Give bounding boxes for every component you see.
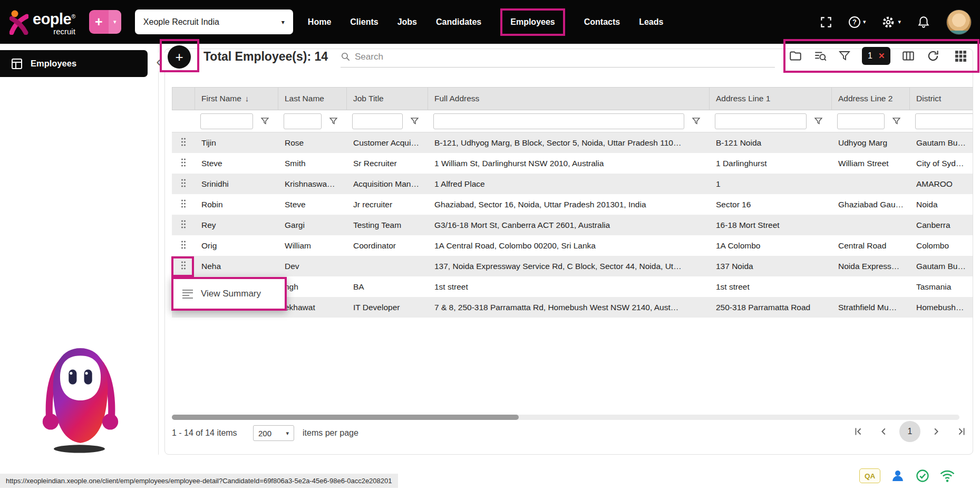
drag-dots-icon <box>181 158 186 167</box>
cell: Strathfield Mu… <box>832 297 910 318</box>
notifications-button[interactable] <box>917 15 930 29</box>
next-page-button[interactable] <box>925 421 946 442</box>
nav-item-jobs[interactable]: Jobs <box>397 17 417 27</box>
prev-page-button[interactable] <box>874 421 895 442</box>
table-row[interactable]: Orig William Coordinator 1A Central Road… <box>172 235 973 256</box>
page-size-select[interactable]: 200 ▾ <box>253 425 294 441</box>
filter-menu-button[interactable] <box>888 113 905 130</box>
row-context-menu: View Summary <box>171 277 287 311</box>
last-page-icon <box>956 426 967 437</box>
current-page-button[interactable]: 1 <box>899 421 920 442</box>
filter-input-address-line-2[interactable] <box>837 113 885 129</box>
cell: BA <box>347 276 428 297</box>
org-selector[interactable]: Xeople Recruit India ▾ <box>135 9 293 34</box>
cell: Srinidhi <box>195 174 278 194</box>
row-drag-handle[interactable] <box>172 235 195 256</box>
column-search-button[interactable] <box>813 49 827 63</box>
cell: 7 & 8, 250-318 Parramatta Rd, Homebush W… <box>428 297 710 318</box>
filter-menu-button[interactable] <box>325 113 342 130</box>
cell: Rey <box>195 215 278 235</box>
chevron-down-icon[interactable]: ▾ <box>109 10 121 34</box>
quick-add-button[interactable]: + ▾ <box>89 10 121 34</box>
filter-input-district[interactable] <box>915 113 973 129</box>
grid-icon <box>954 50 967 63</box>
column-header-full-address[interactable]: Full Address <box>428 87 710 110</box>
row-drag-handle[interactable] <box>172 194 195 215</box>
table-row[interactable]: Robin Steve Jr recruiter Ghaziabad, Sect… <box>172 194 973 215</box>
first-page-button[interactable] <box>848 421 869 442</box>
nav-item-home[interactable]: Home <box>308 17 331 27</box>
filter-menu-button[interactable] <box>256 113 273 130</box>
active-filter-badge[interactable]: 1 ✕ <box>862 47 890 65</box>
row-drag-handle[interactable] <box>172 215 195 235</box>
cell: Krishnaswa… <box>278 174 347 194</box>
system-tray: QA <box>859 468 955 484</box>
nav-item-candidates[interactable]: Candidates <box>436 17 481 27</box>
table-row[interactable]: ekhawat IT Developer 7 & 8, 250-318 Parr… <box>172 297 973 318</box>
add-employee-button[interactable]: + <box>168 45 191 69</box>
row-drag-handle[interactable] <box>172 174 195 194</box>
cell: 1 Alfred Place <box>428 174 710 194</box>
table-row[interactable]: Tijin Rose Customer Acqui… B-121, Udhyog… <box>172 132 973 153</box>
cell: Steve <box>278 194 347 215</box>
filter-menu-button[interactable] <box>810 113 827 130</box>
cell: Coordinator <box>347 235 428 256</box>
column-header-district[interactable]: District <box>910 87 973 110</box>
table-row[interactable]: Steve Smith Sr Recruiter 1 William St, D… <box>172 153 973 174</box>
nav-item-leads[interactable]: Leads <box>639 17 663 27</box>
column-header-address-line-2[interactable]: Address Line 2 <box>832 87 910 110</box>
drag-dots-icon <box>181 178 186 188</box>
brand-x-icon <box>9 9 28 35</box>
folder-button[interactable] <box>789 49 802 63</box>
row-drag-handle[interactable] <box>172 153 195 174</box>
user-avatar[interactable] <box>946 9 972 35</box>
fullscreen-button[interactable] <box>819 15 833 29</box>
nav-item-clients[interactable]: Clients <box>350 17 378 27</box>
column-header-first-name[interactable]: First Name↓ <box>195 87 278 110</box>
filter-input-last-name[interactable] <box>284 113 322 129</box>
nav-item-contacts[interactable]: Contacts <box>584 17 620 27</box>
profile-extension-button[interactable] <box>890 468 906 484</box>
filter-button[interactable] <box>838 50 851 62</box>
status-check-button[interactable] <box>915 468 930 483</box>
table-row-neha[interactable]: Neha Dev 137, Noida Expressway Service R… <box>172 256 973 276</box>
column-settings-button[interactable] <box>901 49 915 63</box>
sidebar-collapse-button[interactable]: ‹ <box>152 53 166 71</box>
search-input[interactable] <box>355 52 775 62</box>
column-header-job-title[interactable]: Job Title <box>347 87 428 110</box>
row-drag-handle[interactable] <box>172 256 195 276</box>
sidebar-item-employees[interactable]: Employees <box>0 50 148 77</box>
column-header-last-name[interactable]: Last Name <box>278 87 347 110</box>
help-menu-button[interactable]: ? ▾ <box>849 16 866 28</box>
filter-input-full-address[interactable] <box>433 113 684 129</box>
column-header-address-line-1[interactable]: Address Line 1 <box>710 87 832 110</box>
brand-tagline: recruit <box>53 27 75 35</box>
settings-menu-button[interactable]: ▾ <box>881 15 901 29</box>
qa-badge[interactable]: QA <box>859 468 880 483</box>
clear-filter-icon[interactable]: ✕ <box>878 51 885 61</box>
filter-input-first-name[interactable] <box>200 113 253 129</box>
table-row[interactable]: Rey Gargi Testing Team G3/16-18 Mort St,… <box>172 215 973 235</box>
chevron-down-icon: ▾ <box>282 18 285 26</box>
bell-icon <box>917 15 930 29</box>
scrollbar-thumb[interactable] <box>172 415 519 420</box>
nav-item-employees[interactable]: Employees <box>500 8 565 36</box>
last-page-button[interactable] <box>951 421 972 442</box>
brand-logo[interactable]: eople® recruit <box>9 8 75 36</box>
filter-input-job-title[interactable] <box>352 113 403 129</box>
network-status-button[interactable] <box>939 468 955 484</box>
table-row[interactable]: Srinidhi Krishnaswa… Acquisition Man… 1 … <box>172 174 973 194</box>
refresh-button[interactable] <box>926 49 940 63</box>
cell: 1 William St, Darlinghurst NSW 2010, Aus… <box>428 153 710 174</box>
menu-item-view-summary[interactable]: View Summary <box>201 289 261 299</box>
row-drag-handle[interactable] <box>172 132 195 153</box>
filter-input-address-line-1[interactable] <box>715 113 807 129</box>
grid-view-button[interactable] <box>954 50 967 63</box>
person-icon <box>890 468 906 484</box>
filter-menu-button[interactable] <box>687 113 704 130</box>
cell: Tijin <box>195 132 278 153</box>
horizontal-scrollbar[interactable] <box>172 415 959 420</box>
filter-menu-button[interactable] <box>406 113 423 130</box>
table-row[interactable]: ngh BA 1st street 1st street Tasmania <box>172 276 973 297</box>
pager-range-label: 1 - 14 of 14 items <box>172 424 237 442</box>
